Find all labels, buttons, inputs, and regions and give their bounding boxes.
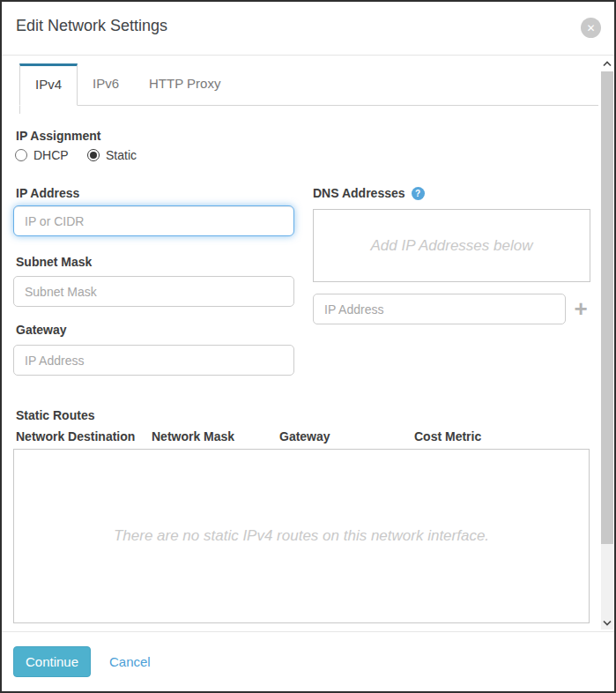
edit-network-settings-dialog: Edit Network Settings ✕ IPv4 IPv6 HTTP P… (0, 0, 616, 693)
close-icon: ✕ (586, 23, 595, 34)
static-routes-table: There are no static IPv4 routes on this … (13, 449, 590, 623)
radio-dhcp-label: DHCP (33, 148, 69, 162)
scrollbar[interactable] (601, 56, 613, 630)
column-header-network-destination: Network Destination (16, 429, 135, 443)
scrollbar-track[interactable] (601, 544, 613, 615)
radio-selected-icon (87, 149, 100, 161)
radio-static-label: Static (106, 148, 137, 162)
chevron-down-icon (603, 620, 612, 626)
ip-address-input[interactable] (13, 205, 294, 236)
subnet-mask-label: Subnet Mask (16, 255, 92, 269)
dns-add-input[interactable] (313, 294, 566, 324)
column-header-network-mask: Network Mask (152, 429, 234, 443)
cancel-link[interactable]: Cancel (109, 654, 151, 669)
page-title: Edit Network Settings (16, 17, 167, 35)
dns-addresses-label: DNS Addresses (313, 186, 405, 200)
radio-static[interactable]: Static (87, 148, 137, 162)
help-icon[interactable]: ? (412, 187, 425, 200)
ip-address-label: IP Address (16, 186, 79, 200)
radio-dhcp[interactable]: DHCP (15, 148, 69, 162)
help-icon-glyph: ? (415, 189, 420, 198)
column-header-gateway: Gateway (279, 429, 330, 443)
subnet-mask-input[interactable] (13, 276, 294, 307)
tab-http-proxy[interactable]: HTTP Proxy (134, 63, 235, 105)
plus-icon: + (574, 297, 587, 320)
gateway-input[interactable] (13, 345, 294, 376)
static-routes-label: Static Routes (16, 408, 94, 422)
radio-unselected-icon (15, 149, 27, 161)
dialog-header: Edit Network Settings ✕ (2, 2, 614, 56)
scroll-up-button[interactable] (601, 56, 613, 71)
tab-http-proxy-label: HTTP Proxy (149, 76, 220, 91)
continue-button[interactable]: Continue (13, 646, 91, 677)
tab-bar-left-tick (19, 106, 20, 114)
ip-assignment-label: IP Assignment (16, 129, 100, 143)
dns-addresses-header: DNS Addresses ? (313, 186, 425, 200)
gateway-label: Gateway (16, 323, 67, 337)
tab-ipv6[interactable]: IPv6 (78, 63, 134, 105)
tab-ipv4[interactable]: IPv4 (19, 63, 78, 106)
add-dns-button[interactable]: + (570, 295, 591, 322)
dns-empty-text: Add IP Addresses below (371, 237, 533, 255)
tab-bar: IPv4 IPv6 HTTP Proxy (19, 63, 598, 106)
scrollbar-thumb[interactable] (601, 71, 613, 544)
static-routes-empty-text: There are no static IPv4 routes on this … (14, 527, 589, 545)
dialog-footer: Continue Cancel (2, 631, 614, 691)
scroll-down-button[interactable] (601, 615, 613, 630)
dialog-body: IPv4 IPv6 HTTP Proxy IP Assignment DHCP … (2, 56, 614, 631)
close-button[interactable]: ✕ (581, 18, 601, 38)
tab-ipv4-label: IPv4 (35, 77, 62, 92)
tab-ipv6-label: IPv6 (93, 76, 119, 91)
chevron-up-icon (603, 61, 612, 67)
dns-addresses-list: Add IP Addresses below (313, 209, 590, 282)
column-header-cost-metric: Cost Metric (414, 429, 481, 443)
